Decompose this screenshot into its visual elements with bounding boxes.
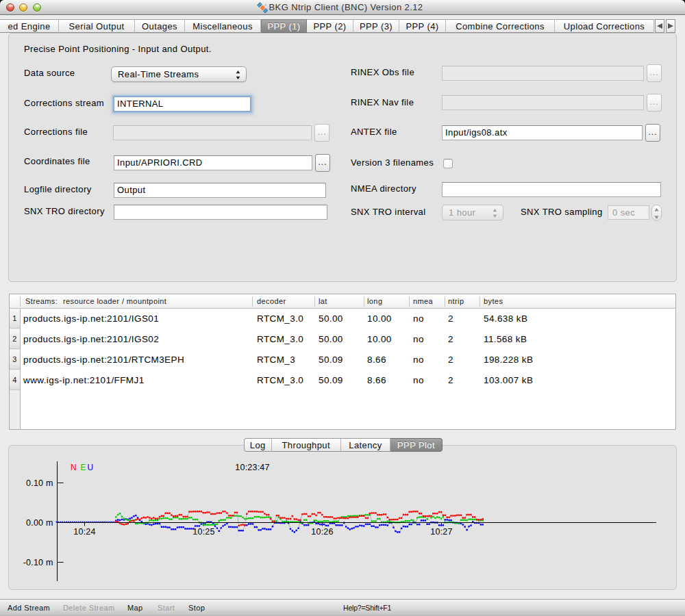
rinex-obs-file-input[interactable] xyxy=(442,66,644,81)
toolbar-stop-button[interactable]: Stop xyxy=(188,600,205,616)
table-row[interactable]: products.igs-ip.net:2101/IGS02RTCM_3.050… xyxy=(21,329,675,350)
cell-ntrip: 2 xyxy=(448,329,453,350)
column-header-bytes[interactable]: bytes xyxy=(484,294,503,308)
column-header-nmea[interactable]: nmea xyxy=(413,294,433,308)
cell-lat: 50.00 xyxy=(319,329,343,350)
ppp-plot-chart: 0.10 m0.00 m-0.10 m10:2410:2510:2610:271… xyxy=(9,446,676,589)
data-source-select[interactable]: Real-Time Streams xyxy=(111,66,247,82)
table-row[interactable]: www.igs-ip.net:2101/FFMJ1RTCM_3.050.098.… xyxy=(21,370,675,391)
data-source-label: Data source xyxy=(24,68,75,78)
window-title: BKG Ntrip Client (BNC) Version 2.12 xyxy=(7,0,685,15)
column-separator xyxy=(20,296,21,307)
column-header-long[interactable]: long xyxy=(367,294,382,308)
toolbar-map-button[interactable]: Map xyxy=(127,600,143,616)
cell-bytes: 54.638 kB xyxy=(484,309,527,329)
logfile-directory-input[interactable]: Output xyxy=(114,183,326,198)
column-separator xyxy=(314,296,315,307)
y-axis-tick-label: 0.10 m xyxy=(26,478,53,488)
tab-miscellaneous[interactable]: Miscellaneous xyxy=(185,19,261,33)
antex-file-input[interactable]: Input/igs08.atx xyxy=(442,125,643,140)
title-bar: BKG Ntrip Client (BNC) Version 2.12 xyxy=(0,0,685,15)
tab-ppp-3-[interactable]: PPP (3) xyxy=(353,19,399,33)
streams-header-prefix[interactable]: Streams: xyxy=(25,294,58,308)
x-axis-tick-label: 10:27 xyxy=(430,527,452,537)
row-number[interactable]: 2 xyxy=(10,329,20,349)
snx-tro-sampling-spinner[interactable] xyxy=(651,205,662,221)
corrections-file-browse-button[interactable]: ... xyxy=(314,124,329,142)
tab-ed-engine[interactable]: ed Engine xyxy=(0,19,59,33)
bottom-tab-latency[interactable]: Latency xyxy=(341,438,390,452)
antex-file-browse-button[interactable]: ... xyxy=(645,124,660,142)
x-axis-tick-label: 10:26 xyxy=(311,527,333,537)
plot-title: 10:23:47 xyxy=(235,463,269,472)
cell-decoder: RTCM_3.0 xyxy=(257,370,303,391)
tab-outages[interactable]: Outages xyxy=(135,19,185,33)
column-header-mountpoint[interactable]: resource loader / mountpoint xyxy=(63,294,166,308)
cell-long: 8.66 xyxy=(367,370,386,391)
column-separator xyxy=(445,296,445,307)
bottom-toolbar: Add StreamDelete StreamMapStartStopHelp?… xyxy=(0,599,685,616)
bottom-tab-log[interactable]: Log xyxy=(244,438,272,452)
rinex-nav-file-input[interactable] xyxy=(442,95,644,110)
left-triangle-icon xyxy=(657,23,662,29)
tab-upload-corrections[interactable]: Upload Corrections xyxy=(555,19,654,33)
bottom-tab-throughput[interactable]: Throughput xyxy=(272,438,342,452)
version3-filenames-checkbox[interactable] xyxy=(443,159,453,168)
y-axis-tick-label: 0.00 m xyxy=(26,518,53,528)
streams-table: Streams:resource loader / mountpointdeco… xyxy=(9,294,676,430)
tab-combine-corrections[interactable]: Combine Corrections xyxy=(446,19,555,33)
corrections-stream-input[interactable]: INTERNAL xyxy=(114,97,251,112)
column-header-ntrip[interactable]: ntrip xyxy=(448,294,464,308)
snx-tro-directory-input[interactable] xyxy=(114,205,327,220)
row-number[interactable]: 4 xyxy=(10,370,20,390)
row-number[interactable]: 3 xyxy=(10,350,20,370)
corrections-stream-label: Corrections stream xyxy=(24,98,104,108)
cell-nmea: no xyxy=(413,370,424,391)
column-header-decoder[interactable]: decoder xyxy=(257,294,286,308)
cell-mountpoint: products.igs-ip.net:2101/RTCM3EPH xyxy=(23,350,184,370)
bottom-tab-ppp-plot[interactable]: PPP Plot xyxy=(390,438,443,452)
tab-ppp-2-[interactable]: PPP (2) xyxy=(307,19,353,33)
cell-nmea: no xyxy=(413,329,424,350)
tab-scroll-right-button[interactable] xyxy=(666,19,675,33)
table-row[interactable]: products.igs-ip.net:2101/IGS01RTCM_3.050… xyxy=(21,309,675,329)
tab-ppp-4-[interactable]: PPP (4) xyxy=(399,19,446,33)
column-separator xyxy=(252,296,253,307)
rinex-obs-file-label: RINEX Obs file xyxy=(351,67,414,77)
column-separator xyxy=(364,296,364,307)
x-axis-tick-label: 10:24 xyxy=(73,527,95,537)
cell-ntrip: 2 xyxy=(448,370,453,391)
legend-up: U xyxy=(88,463,94,472)
cell-decoder: RTCM_3 xyxy=(257,350,295,370)
toolbar-delete-stream-button: Delete Stream xyxy=(63,600,115,616)
ppp-settings-pane: Precise Point Positioning - Input and Ou… xyxy=(8,33,677,282)
toolbar-add-stream-button[interactable]: Add Stream xyxy=(8,600,50,616)
snx-tro-sampling-input[interactable]: 0 sec xyxy=(608,205,649,220)
rinex-obs-file-browse-button[interactable]: ... xyxy=(647,64,662,82)
cell-bytes: 198.228 kB xyxy=(484,350,533,370)
ppp-plot-panel: 0.10 m0.00 m-0.10 m10:2410:2510:2610:271… xyxy=(8,445,677,590)
popup-updown-arrows-icon xyxy=(493,209,497,218)
cell-nmea: no xyxy=(413,350,424,370)
cell-bytes: 11.568 kB xyxy=(484,329,527,350)
nmea-directory-label: NMEA directory xyxy=(351,183,416,194)
snx-tro-interval-select[interactable]: 1 hour xyxy=(442,205,503,220)
y-axis-tick-label: -0.10 m xyxy=(23,558,53,567)
streams-table-row-header: 1234 xyxy=(10,309,21,429)
toolbar-start-button: Start xyxy=(158,600,175,616)
tab-scroll-left-button[interactable] xyxy=(655,19,664,33)
table-row[interactable]: products.igs-ip.net:2101/RTCM3EPHRTCM_35… xyxy=(21,350,675,370)
column-separator xyxy=(409,296,410,307)
streams-table-header: Streams:resource loader / mountpointdeco… xyxy=(10,294,675,309)
coordinates-file-browse-button[interactable]: ... xyxy=(315,154,330,172)
tab-ppp-1-[interactable]: PPP (1) xyxy=(261,19,307,33)
nmea-directory-input[interactable] xyxy=(442,182,661,197)
corrections-file-input[interactable] xyxy=(113,125,312,140)
column-header-lat[interactable]: lat xyxy=(319,294,327,308)
cell-long: 8.66 xyxy=(367,350,386,370)
rinex-nav-file-browse-button[interactable]: ... xyxy=(647,94,662,112)
row-number[interactable]: 1 xyxy=(10,309,20,329)
snx-tro-interval-value: 1 hour xyxy=(449,207,475,218)
coordinates-file-input[interactable]: Input/APRIORI.CRD xyxy=(114,155,312,170)
tab-serial-output[interactable]: Serial Output xyxy=(59,19,135,33)
